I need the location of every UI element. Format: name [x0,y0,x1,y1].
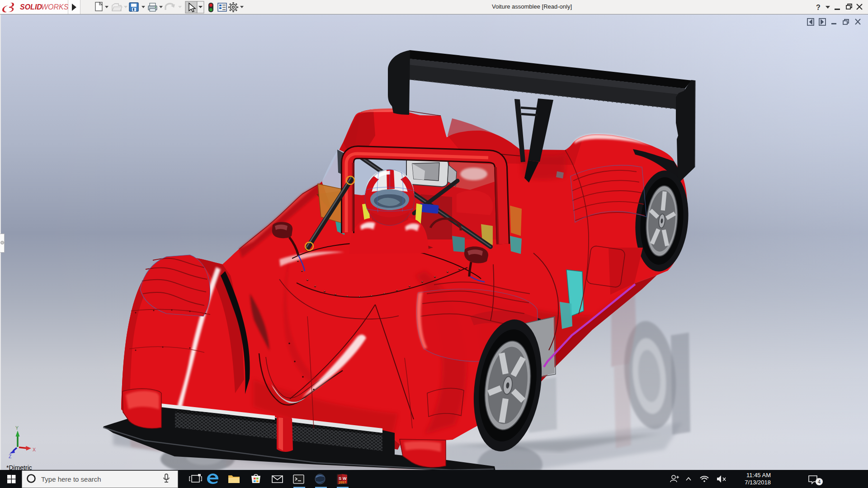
svg-text:X: X [33,447,36,452]
svg-text:2017: 2017 [339,480,346,484]
svg-text:Z: Z [9,454,12,459]
svg-text:?: ? [816,4,821,11]
svg-text:4: 4 [818,479,821,484]
svg-text:Y: Y [15,425,19,431]
